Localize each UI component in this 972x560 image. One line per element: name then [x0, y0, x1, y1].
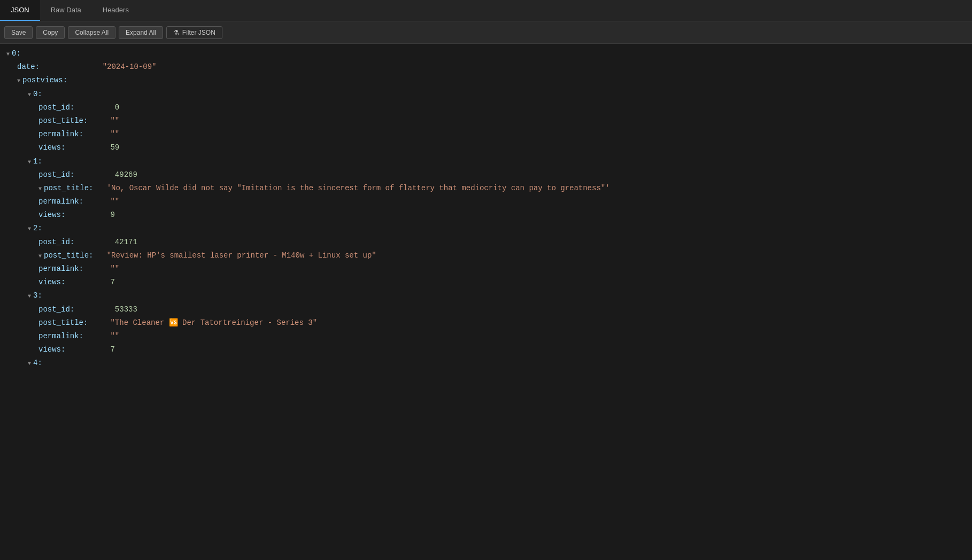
expand-arrow-0[interactable] — [6, 50, 10, 59]
pv3-post-id: post_id: 53333 — [6, 303, 966, 316]
expand-arrow-pv2[interactable] — [28, 224, 31, 234]
collapse-all-button[interactable]: Collapse All — [68, 26, 115, 39]
tab-bar: JSON Raw Data Headers — [0, 0, 972, 21]
pv0-post-title: post_title: "" — [6, 114, 966, 128]
pv1-permalink: permalink: "" — [6, 195, 966, 208]
postviews-item-4-header: 4: — [6, 356, 966, 370]
pv1-post-id: post_id: 49269 — [6, 168, 966, 182]
pv3-views: views: 7 — [6, 343, 966, 356]
pv1-post-title: post_title: 'No, Oscar Wilde did not say… — [6, 182, 966, 195]
tab-json[interactable]: JSON — [0, 0, 40, 21]
expand-arrow-pv2-title[interactable] — [38, 252, 42, 261]
filter-json-button[interactable]: ⚗ Filter JSON — [166, 26, 222, 39]
pv3-permalink: permalink: "" — [6, 330, 966, 343]
expand-arrow-pv1-title[interactable] — [38, 184, 42, 194]
expand-all-button[interactable]: Expand All — [119, 26, 163, 39]
pv0-views: views: 59 — [6, 141, 966, 154]
expand-arrow-pv0[interactable] — [28, 90, 31, 100]
tab-raw-data[interactable]: Raw Data — [40, 0, 92, 21]
pv2-views: views: 7 — [6, 276, 966, 289]
pv0-permalink: permalink: "" — [6, 128, 966, 141]
expand-arrow-pv3[interactable] — [28, 292, 31, 301]
date-field: date: "2024-10-09" — [6, 60, 966, 74]
json-content[interactable]: 0: date: "2024-10-09" postviews: 0: post… — [0, 44, 972, 560]
save-button[interactable]: Save — [4, 26, 33, 39]
postviews-item-3-header: 3: — [6, 289, 966, 302]
postviews-item-0-header: 0: — [6, 88, 966, 101]
toolbar: Save Copy Collapse All Expand All ⚗ Filt… — [0, 21, 972, 44]
filter-icon: ⚗ — [173, 29, 179, 36]
postviews-item-1-header: 1: — [6, 155, 966, 168]
pv1-views: views: 9 — [6, 208, 966, 222]
pv3-post-title: post_title: "The Cleaner 🆚 Der Tatortrei… — [6, 316, 966, 330]
expand-arrow-pv1[interactable] — [28, 158, 31, 167]
tab-headers[interactable]: Headers — [92, 0, 140, 21]
pv2-post-id: post_id: 42171 — [6, 236, 966, 249]
pv2-post-title: post_title: "Review: HP's smallest laser… — [6, 249, 966, 262]
copy-button[interactable]: Copy — [36, 26, 65, 39]
postviews-field: postviews: — [6, 74, 966, 87]
pv2-permalink: permalink: "" — [6, 262, 966, 276]
top-level-item: 0: — [6, 47, 966, 60]
postviews-item-2-header: 2: — [6, 222, 966, 235]
expand-arrow-postviews[interactable] — [17, 76, 20, 86]
expand-arrow-pv4[interactable] — [28, 359, 31, 369]
pv0-post-id: post_id: 0 — [6, 101, 966, 114]
